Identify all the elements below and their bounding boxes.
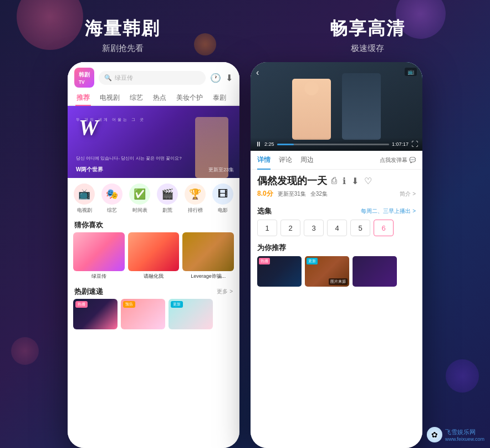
pause-icon[interactable]: ⏸ xyxy=(255,140,262,148)
hot-drama-header: 热剧速递 更多 > xyxy=(68,283,239,299)
nav-tabs: 推荐 电视剧 综艺 热点 美妆个护 泰剧 xyxy=(68,88,239,106)
rec-label-3: Leverage诈骗... xyxy=(182,273,234,280)
banner-desc: 당신 어디에 있습니다- 당신이 사는 꽃은 어떤 꽃이요? xyxy=(76,155,182,161)
video-controls: ⏸ 2:25 1:07:17 ⛶ xyxy=(251,138,422,151)
search-bar[interactable]: 🔍 绿豆传 xyxy=(99,71,206,85)
right-phone-mockup: ‹ 📺 ⏸ 2:25 1:07:17 ⛶ 详情 评论 xyxy=(251,62,422,448)
drama-actions: ⎙ ℹ ⬇ ♡ xyxy=(331,176,372,186)
episode-btn-3[interactable]: 3 xyxy=(304,220,324,236)
nav-tab-hot[interactable]: 热点 xyxy=(149,91,171,105)
rec-drama-item-1[interactable]: 热播 xyxy=(257,256,302,287)
banner-episode: 更新至23集 xyxy=(208,166,234,174)
nav-tab-tv[interactable]: 电视剧 xyxy=(95,91,124,105)
variety-icon-circle: 🎭 xyxy=(101,184,122,205)
banner[interactable]: 두 개의 세계 어울는 그 곳 W 당신 어디에 있습니다- 당신이 사는 꽃은… xyxy=(68,106,239,178)
movie-icon-label: 电影 xyxy=(218,207,228,214)
progress-fill xyxy=(277,144,294,145)
header-left-subtitle: 新剧抢先看 xyxy=(102,43,144,54)
drama-intro-link[interactable]: 简介 > xyxy=(400,190,416,198)
episode-btn-1[interactable]: 1 xyxy=(257,220,277,236)
detail-tab-related[interactable]: 周边 xyxy=(300,151,314,169)
rec-item-3[interactable]: Leverage诈骗... xyxy=(182,232,234,280)
episode-header: 选集 每周二、三早上播出 > xyxy=(257,206,416,216)
hot-drama-item-2[interactable]: 预告 xyxy=(121,299,165,329)
nav-tab-beauty[interactable]: 美妆个护 xyxy=(172,91,207,105)
rec-section: 为你推荐 热播 更新 图片来源 xyxy=(251,240,422,448)
episode-btn-5[interactable]: 5 xyxy=(350,220,370,236)
right-phone-content: ‹ 📺 ⏸ 2:25 1:07:17 ⛶ 详情 评论 xyxy=(251,62,422,448)
ranking-icon-label: 排行榜 xyxy=(188,207,203,214)
nav-tab-thai[interactable]: 泰剧 xyxy=(208,91,231,105)
rec-label-1: 绿豆传 xyxy=(73,273,125,280)
watermark-text-container: 飞雪娱乐网 www.feixuew.com xyxy=(445,428,484,442)
episode-schedule[interactable]: 每周二、三早上播出 > xyxy=(361,207,416,215)
preview-badge-2: 预告 xyxy=(123,301,135,308)
tv-icon-circle: 📺 xyxy=(74,184,95,205)
barrage-icon: 💬 xyxy=(409,157,416,163)
update-badge-3: 更新 xyxy=(171,301,183,308)
nav-tab-recommend[interactable]: 推荐 xyxy=(72,91,94,105)
fullscreen-icon[interactable]: ⛶ xyxy=(411,140,418,148)
header-icons: 🕐 ⬇ xyxy=(210,73,233,83)
download-drama-icon[interactable]: ⬇ xyxy=(351,176,359,186)
header-left-title: 海量韩剧 xyxy=(85,17,160,41)
episode-btn-2[interactable]: 2 xyxy=(280,220,300,236)
like-icon[interactable]: ♡ xyxy=(364,176,372,186)
update-tag-2: 更新 xyxy=(307,258,318,264)
more-link[interactable]: 更多 > xyxy=(217,288,233,296)
movie-icon-circle: 🎞 xyxy=(212,184,233,205)
hot-drama-item-1[interactable]: 热播 xyxy=(73,299,118,329)
share-icon[interactable]: ⎙ xyxy=(331,176,337,186)
rec-item-1[interactable]: 绿豆传 xyxy=(73,232,125,280)
quick-icon-schedule[interactable]: ✅ 时间表 xyxy=(129,184,150,214)
ranking-icon-circle: 🏆 xyxy=(185,184,206,205)
progress-bar[interactable] xyxy=(277,144,389,145)
drama-episodes: 更新至31集 xyxy=(278,190,306,198)
rec-label-2: 请融化我 xyxy=(128,273,180,280)
main-container: 海量韩剧 新剧抢先看 畅享高清 极速缓存 韩剧TV 🔍 xyxy=(0,0,490,448)
episode-title: 选集 xyxy=(257,206,272,216)
hot-drama-item-3[interactable]: 更新 xyxy=(169,299,213,329)
barrage-button[interactable]: 点我发弹幕 💬 xyxy=(380,151,416,169)
app-logo: 韩剧TV xyxy=(74,68,94,88)
quick-icon-ranking[interactable]: 🏆 排行榜 xyxy=(185,184,206,214)
rec-drama-thumb-1: 热播 xyxy=(257,256,302,287)
header-right-title: 畅享高清 xyxy=(330,17,405,41)
header-left: 海量韩剧 新剧抢先看 xyxy=(0,17,245,54)
detail-tabs: 详情 评论 周边 点我发弹幕 💬 xyxy=(251,151,422,170)
quick-icon-movie[interactable]: 🎞 电影 xyxy=(212,184,233,214)
logo-icon: 韩剧TV xyxy=(74,68,94,88)
rec-drama-item-3[interactable] xyxy=(353,256,397,287)
header-section: 海量韩剧 新剧抢先看 畅享高清 极速缓存 xyxy=(0,0,490,62)
hot-tag-1: 热播 xyxy=(259,258,270,264)
tv-cast-icon[interactable]: 📺 xyxy=(405,68,417,76)
episode-btn-4[interactable]: 4 xyxy=(327,220,347,236)
app-header: 韩剧TV 🔍 绿豆传 🕐 ⬇ xyxy=(68,62,239,88)
back-arrow-icon[interactable]: ‹ xyxy=(256,68,259,78)
quick-icon-tv[interactable]: 📺 电视剧 xyxy=(74,184,95,214)
source-tag-2: 图片来源 xyxy=(329,278,348,285)
rec-thumb-3 xyxy=(182,232,234,271)
nav-tab-variety[interactable]: 综艺 xyxy=(125,91,147,105)
banner-title: W两个世界 xyxy=(76,166,103,174)
drama-score: 8.0分 xyxy=(257,189,273,198)
schedule-icon-circle: ✅ xyxy=(129,184,150,205)
time-total: 1:07:17 xyxy=(392,141,409,147)
recommend-grid: 绿豆传 请融化我 Leverage诈骗... xyxy=(68,232,239,283)
rec-item-2[interactable]: 请融化我 xyxy=(128,232,180,280)
quick-icon-variety[interactable]: 🎭 综艺 xyxy=(101,184,122,214)
hot-badge-1: 热播 xyxy=(75,301,88,308)
episode-section: 选集 每周二、三早上播出 > 1 2 3 4 5 6 xyxy=(251,203,422,240)
time-current: 2:25 xyxy=(264,141,274,147)
phones-section: 韩剧TV 🔍 绿豆传 🕐 ⬇ 推荐 电视剧 综艺 xyxy=(0,62,490,448)
search-icon: 🔍 xyxy=(104,74,112,82)
watermark-domain: www.feixuew.com xyxy=(445,436,484,442)
detail-tab-info[interactable]: 详情 xyxy=(257,151,270,169)
detail-tab-comment[interactable]: 评论 xyxy=(279,151,292,169)
video-player[interactable]: ‹ 📺 ⏸ 2:25 1:07:17 ⛶ xyxy=(251,62,422,151)
info-icon[interactable]: ℹ xyxy=(343,176,346,186)
rec-drama-item-2[interactable]: 更新 图片来源 xyxy=(305,256,349,287)
episode-btn-6[interactable]: 6 xyxy=(374,220,394,236)
watermark: ✿ 飞雪娱乐网 www.feixuew.com xyxy=(427,427,484,442)
quick-icon-drama[interactable]: 🎬 剧荒 xyxy=(157,184,178,214)
